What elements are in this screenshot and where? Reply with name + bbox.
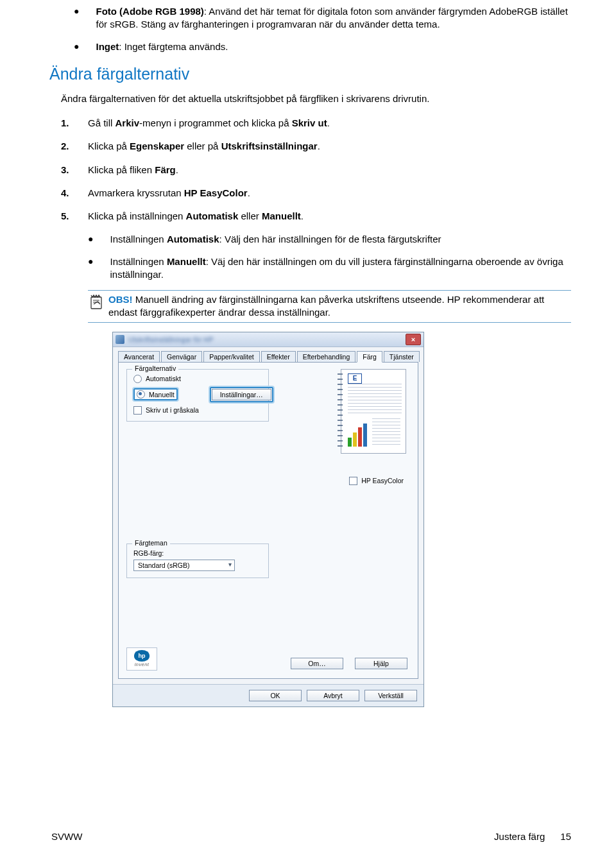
step-5: 5. Klicka på inställningen Automatisk el… (61, 210, 571, 223)
rgb-dropdown[interactable]: Standard (sRGB) (133, 560, 235, 571)
checkbox-icon (349, 477, 357, 485)
radio-icon (137, 390, 145, 398)
tab-farg[interactable]: Färg (357, 351, 382, 363)
bullet-inget: ● Inget: Inget färgtema används. (74, 40, 571, 53)
bullet-foto: ● Foto (Adobe RGB 1998): Använd det här … (74, 5, 571, 31)
rgb-label: RGB-färg: (133, 549, 262, 557)
tab-efterbehandling[interactable]: Efterbehandling (297, 351, 356, 362)
preview-letter: E (348, 373, 362, 384)
note-text: Manuell ändring av färginställningarna k… (108, 294, 544, 318)
sub-bullet-list: ● Inställningen Automatisk: Välj den här… (88, 233, 571, 281)
tab-avancerat[interactable]: Avancerat (118, 351, 160, 362)
note-label: OBS! (108, 294, 133, 305)
tab-effekter[interactable]: Effekter (261, 351, 296, 362)
radio-manuellt-highlight: Manuellt (133, 388, 178, 400)
radio-man-label: Manuellt (149, 391, 175, 398)
sub-automatisk: ● Inställningen Automatisk: Välj den här… (88, 233, 571, 246)
dialog-tabs: Avancerat Genvägar Papper/kvalitet Effek… (118, 351, 418, 363)
footer-page-number: 15 (560, 831, 571, 842)
settings-button[interactable]: Inställningar… (212, 389, 271, 400)
footer-left: SVWW (51, 831, 82, 842)
step-2: 2. Klicka på Egenskaper eller på Utskrif… (61, 140, 571, 153)
footer-section-title: Justera färg (494, 831, 545, 842)
group-tema-title: Färgteman (132, 539, 170, 547)
group-fargteman: Färgteman RGB-färg: Standard (sRGB) (126, 544, 269, 578)
step-4: 4. Avmarkera kryssrutan HP EasyColor. (61, 187, 571, 200)
dialog-titlebar: Utskriftsinställningar för HP × (113, 332, 424, 347)
help-button[interactable]: Hjälp (355, 658, 407, 669)
close-button[interactable]: × (406, 334, 421, 345)
dialog-title: Utskriftsinställningar för HP (128, 336, 214, 343)
radio-auto-label: Automatiskt (146, 375, 181, 382)
radio-automatiskt[interactable]: Automatiskt (133, 375, 262, 383)
preview-thumbnail: E (329, 369, 406, 465)
tab-tjanster[interactable]: Tjänster (384, 351, 420, 362)
step-3: 3. Klicka på fliken Färg. (61, 164, 571, 176)
apply-button[interactable]: Verkställ (364, 690, 417, 701)
checkbox-grayscale[interactable]: Skriv ut i gråskala (133, 406, 262, 415)
checkbox-easycolor[interactable]: HP EasyColor (349, 477, 404, 485)
tab-genvagar[interactable]: Genvägar (161, 351, 202, 362)
ok-button[interactable]: OK (249, 690, 302, 701)
easycolor-label: HP EasyColor (361, 477, 404, 484)
note-icon (88, 293, 105, 313)
dialog-footer: OK Avbryt Verkställ (113, 684, 424, 706)
sub-manuellt: ● Inställningen Manuellt: Väj den här in… (88, 255, 571, 282)
tab-papper[interactable]: Papper/kvalitet (203, 351, 259, 362)
radio-icon (133, 375, 142, 383)
section-heading: Ändra färgalternativ (49, 65, 571, 83)
tab-content: Färgalternativ Automatiskt Manuellt (118, 362, 418, 679)
intro-text: Ändra färgalternativen för det aktuella … (61, 92, 571, 105)
page-footer: SVWW Justera färg 15 (51, 831, 571, 842)
group-farg-title: Färgalternativ (132, 364, 178, 372)
app-icon (116, 335, 124, 344)
checkbox-icon (133, 406, 142, 415)
note-box: OBS! Manuell ändring av färginställninga… (88, 290, 571, 323)
checkbox-gray-label: Skriv ut i gråskala (146, 406, 199, 414)
step-1: 1. Gå till Arkiv-menyn i programmet och … (61, 117, 571, 130)
dialog-screenshot: Utskriftsinställningar för HP × Avancera… (112, 332, 424, 707)
group-fargalternativ: Färgalternativ Automatiskt Manuellt (126, 369, 269, 422)
hp-invent-text: invent (135, 662, 149, 667)
cancel-button[interactable]: Avbryt (307, 690, 359, 701)
settings-button-highlight: Inställningar… (210, 387, 273, 402)
about-button[interactable]: Om… (291, 658, 343, 669)
steps-list: 1. Gå till Arkiv-menyn i programmet och … (61, 117, 571, 707)
hp-logo-text: hp (134, 650, 150, 662)
top-bullet-list: ● Foto (Adobe RGB 1998): Använd det här … (74, 5, 571, 53)
radio-manuellt[interactable]: Manuellt (137, 390, 175, 398)
hp-logo: hp invent (126, 647, 157, 671)
